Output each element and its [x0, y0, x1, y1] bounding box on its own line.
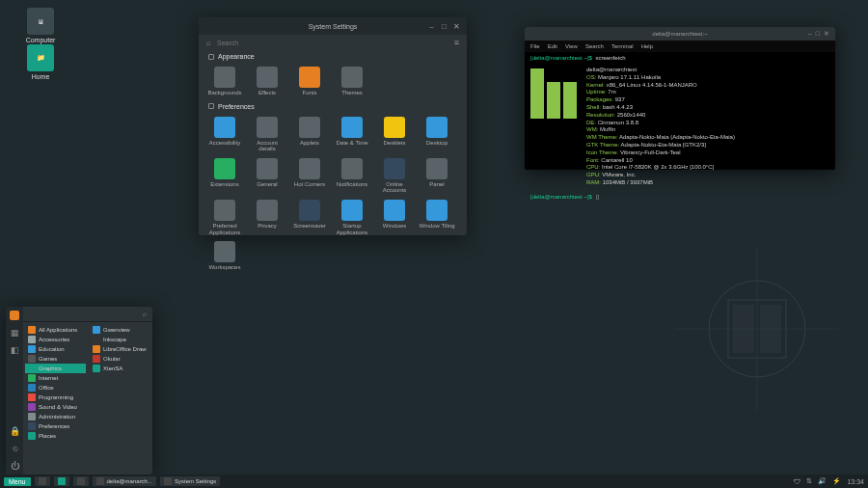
settings-item-icon: [341, 117, 363, 138]
terminal-menu-search[interactable]: Search: [585, 43, 604, 49]
menu-category-programming[interactable]: Programming: [25, 393, 86, 402]
settings-item-themes[interactable]: Themes: [332, 65, 372, 98]
settings-item-desklets[interactable]: Desklets: [374, 115, 415, 154]
terminal-prompt[interactable]: [delta@manarchtest ~]$ ▯: [525, 191, 835, 202]
taskbar-menu-button[interactable]: Menu: [4, 477, 31, 486]
settings-item-label: Account details: [249, 140, 285, 152]
tray-network-icon[interactable]: ⇅: [806, 477, 812, 485]
taskbar-item-settings[interactable]: System Settings: [160, 476, 220, 486]
settings-item-privacy[interactable]: Privacy: [247, 198, 287, 237]
menu-category-administration[interactable]: Administration: [25, 412, 86, 421]
menu-category-places[interactable]: Places: [25, 431, 86, 441]
menu-app-gwenview[interactable]: Gwenview: [90, 325, 150, 335]
workspace-switcher[interactable]: [54, 476, 69, 486]
menu-category-all-applications[interactable]: All Applications: [25, 325, 86, 335]
minimize-button[interactable]: –: [808, 30, 812, 38]
settings-item-workspaces[interactable]: Workspaces: [204, 239, 245, 273]
screenfetch-row: Resolution: 2560x1440: [586, 112, 735, 120]
tray-volume-icon[interactable]: 🔊: [818, 477, 827, 485]
tray-clock[interactable]: 13:34: [847, 478, 864, 485]
menu-category-office[interactable]: Office: [25, 383, 86, 393]
settings-item-desktop[interactable]: Desktop: [417, 115, 457, 154]
settings-item-panel[interactable]: Panel: [417, 156, 457, 196]
app-icon[interactable]: ◧: [10, 345, 19, 355]
window-titlebar[interactable]: delta@manarchtest:~ – □ ✕: [525, 27, 835, 41]
menu-app-libreoffice-draw[interactable]: LibreOffice Draw: [90, 344, 150, 354]
terminal-output[interactable]: delta@manarchtestOS: Manjaro 17.1.11 Hak…: [525, 63, 835, 191]
window-titlebar[interactable]: System Settings – □ ✕: [199, 17, 467, 35]
menu-category-accessories[interactable]: Accessories: [25, 335, 86, 344]
settings-item-icon: [426, 117, 448, 138]
settings-item-notifications[interactable]: Notifications: [332, 156, 372, 196]
settings-item-screensaver[interactable]: Screensaver: [289, 198, 330, 237]
settings-item-label: Backgrounds: [206, 90, 243, 96]
settings-item-online-accounts[interactable]: Online Accounts: [374, 156, 415, 196]
category-icon: [28, 326, 36, 334]
taskbar: Menu delta@manarch... System Settings 🛡 …: [0, 474, 868, 488]
screenfetch-row: GPU: VMware, Inc.: [586, 172, 735, 179]
desktop-icon-home[interactable]: 📁 Home: [21, 44, 60, 80]
maximize-button[interactable]: □: [440, 22, 448, 31]
settings-item-windows[interactable]: Windows: [374, 198, 415, 237]
terminal-prompt: [delta@manarchtest ~]$ screenfetch: [525, 52, 835, 63]
menu-app-okular[interactable]: Okular: [90, 354, 150, 364]
tray-update-icon[interactable]: 🛡: [794, 478, 800, 485]
settings-item-label: Applets: [291, 140, 328, 147]
settings-item-accessibility[interactable]: Accessibility: [204, 115, 245, 154]
minimize-button[interactable]: –: [427, 22, 436, 31]
settings-item-backgrounds[interactable]: Backgrounds: [204, 65, 245, 98]
menu-category-sound-video[interactable]: Sound & Video: [25, 402, 86, 412]
settings-item-startup-applications[interactable]: Startup Applications: [332, 198, 372, 237]
close-button[interactable]: ✕: [824, 30, 829, 38]
settings-item-hot-corners[interactable]: Hot Corners: [289, 156, 330, 196]
category-icon: [28, 374, 36, 382]
settings-item-window-tiling[interactable]: Window Tiling: [417, 198, 457, 237]
logout-icon[interactable]: ⎋: [10, 444, 19, 453]
system-settings-window: System Settings – □ ✕ ⌕ ≡ Appearance Bac…: [199, 17, 467, 235]
app-icon[interactable]: ▦: [10, 328, 19, 338]
settings-search-input[interactable]: [217, 40, 448, 46]
close-button[interactable]: ✕: [452, 22, 461, 31]
menu-app-inkscape[interactable]: Inkscape: [90, 335, 150, 344]
terminal-menu-edit[interactable]: Edit: [548, 43, 557, 49]
settings-item-icon: [257, 158, 278, 179]
screenfetch-row: Shell: bash 4.4.23: [586, 104, 735, 112]
app-icon: [93, 326, 100, 334]
terminal-menu-terminal[interactable]: Terminal: [611, 43, 634, 49]
menu-category-education[interactable]: Education: [25, 344, 86, 354]
desktop-icon-computer[interactable]: 🖥 Computer: [21, 8, 60, 43]
menu-category-games[interactable]: Games: [25, 354, 86, 364]
settings-item-label: Preferred Applications: [206, 223, 243, 235]
menu-category-internet[interactable]: Internet: [25, 373, 86, 383]
screenfetch-row: DE: Cinnamon 3.8.8: [586, 120, 735, 127]
settings-item-account-details[interactable]: Account details: [247, 115, 287, 154]
settings-item-icon: [341, 67, 363, 88]
taskbar-item-terminal[interactable]: delta@manarch...: [93, 476, 156, 486]
terminal-menu-file[interactable]: File: [530, 43, 540, 49]
terminal-menu-help[interactable]: Help: [641, 43, 653, 49]
settings-item-applets[interactable]: Applets: [289, 115, 330, 154]
menu-app-xtensa[interactable]: XtenSA: [90, 364, 150, 373]
lock-icon[interactable]: 🔒: [10, 426, 19, 436]
settings-item-icon: [299, 117, 320, 138]
settings-item-general[interactable]: General: [247, 156, 287, 196]
settings-item-extensions[interactable]: Extensions: [204, 156, 245, 196]
menu-search-input[interactable]: [29, 312, 139, 317]
show-desktop-button[interactable]: [35, 476, 50, 486]
settings-item-effects[interactable]: Effects: [247, 65, 287, 98]
settings-item-date-time[interactable]: Date & Time: [332, 115, 372, 154]
settings-item-label: Online Accounts: [376, 181, 413, 194]
favorites-icon[interactable]: [10, 311, 19, 320]
menu-category-preferences[interactable]: Preferences: [25, 421, 86, 431]
power-icon[interactable]: ⏻: [10, 461, 19, 471]
settings-item-preferred-applications[interactable]: Preferred Applications: [204, 198, 245, 237]
settings-item-icon: [384, 158, 405, 179]
terminal-menu-view[interactable]: View: [565, 43, 578, 49]
menu-category-graphics[interactable]: Graphics: [25, 364, 86, 373]
settings-item-icon: [384, 200, 405, 221]
tray-battery-icon[interactable]: ⚡: [832, 477, 841, 485]
workspace-switcher[interactable]: [73, 476, 89, 486]
hamburger-icon[interactable]: ≡: [454, 38, 459, 47]
settings-item-fonts[interactable]: Fonts: [289, 65, 330, 98]
maximize-button[interactable]: □: [816, 30, 820, 38]
